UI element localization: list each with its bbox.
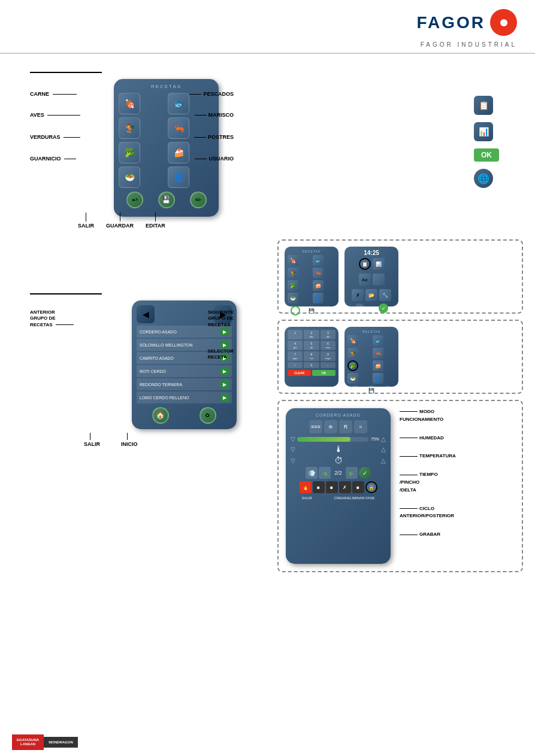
key-8[interactable]: 8tuv (304, 351, 319, 361)
recetas-wrapper: RECETAS 🍖 🐟 🐓 🦐 🥦 🍰 🥗 👤 ↩ 💾 (30, 79, 234, 229)
mini-btn-3[interactable]: 🐓 (288, 268, 298, 278)
mini2-btn-7[interactable]: 🥗 (347, 373, 358, 384)
select-arrow-5[interactable]: ▶ (220, 380, 229, 388)
mini2-btn-1[interactable]: 🍖 (347, 335, 358, 346)
time-down-btn[interactable]: ▽ (291, 457, 295, 464)
mini2-btn-3[interactable]: 🐓 (347, 348, 358, 359)
select-arrow-4[interactable]: ▶ (220, 367, 229, 375)
humidity-down-btn[interactable]: ▽ (291, 436, 295, 442)
recetas-editar-btn[interactable]: ✏ (190, 192, 207, 208)
clock-icon-save[interactable]: 📊 (373, 258, 385, 270)
fan-icon[interactable]: 💨 (306, 467, 318, 479)
temp-down-btn[interactable]: ▽ (291, 446, 295, 453)
modo-funcionamiento-label: MODOFUNCIONAMIENTO (400, 408, 456, 424)
select-arrow-2[interactable]: ▶ (220, 341, 229, 349)
key-0[interactable]: 0 (304, 362, 319, 368)
select-arrow-6[interactable]: ▶ (220, 393, 229, 402)
mini2-btn-4[interactable]: 🦐 (373, 348, 383, 359)
recetas-btn-postres[interactable]: 🍰 (168, 142, 189, 163)
recetas-btn-marisco[interactable]: 🦐 (168, 117, 189, 139)
key-7[interactable]: 7pqrs (288, 351, 303, 361)
mini2-btn-5-highlighted[interactable]: 🥦 (347, 360, 358, 371)
humidity-slider[interactable] (297, 437, 368, 442)
keypad-ok-button[interactable]: OK (312, 370, 335, 376)
mode-steam[interactable]: ≡≡≡ (309, 420, 322, 433)
mini2-return-btn[interactable]: ↩ (350, 385, 360, 395)
next-phase-btn[interactable]: ▶ (346, 467, 358, 479)
mini-btn-5[interactable]: 🥦 (288, 280, 298, 291)
cordero-bar2-btn[interactable]: ■ (326, 481, 338, 493)
egatasuna-logo: EGATASUNALANEAN (12, 734, 44, 750)
list-item-6[interactable]: LOMO CERDO RELLENO ▶ (137, 391, 232, 403)
cordero-x-btn[interactable]: ✗ (339, 481, 351, 493)
key-del[interactable]: ← (321, 362, 335, 368)
humidity-up-btn[interactable]: △ (381, 436, 386, 442)
mini-return-btn[interactable]: ↩ (291, 306, 300, 315)
mini2-btn-6[interactable]: 🍰 (373, 360, 383, 371)
mondragon-logo: MONDRAGON (44, 737, 78, 748)
cordero-bar3-btn[interactable]: ■ (352, 481, 364, 493)
prev-phase-btn[interactable]: ◀ (319, 467, 331, 479)
recetas-btn-pescados[interactable]: 🐟 (168, 93, 189, 114)
mini-save-btn[interactable]: 💾 (307, 306, 316, 315)
recetas-btn-usuario[interactable]: 👤 (168, 166, 189, 188)
mode-convection[interactable]: ≈ (354, 420, 367, 433)
temp-up-btn[interactable]: △ (381, 446, 386, 453)
mini-edit-btn[interactable]: ✏ (323, 306, 333, 315)
clock-return-btn[interactable]: ↩ (355, 303, 364, 313)
phase-confirm-btn[interactable]: ✓ (359, 467, 371, 479)
humedad-label: HUMEDAD (400, 435, 456, 442)
time-up-btn[interactable]: △ (381, 457, 386, 464)
mini2-btn-2[interactable]: 🐟 (373, 335, 383, 346)
clear-button[interactable]: CLEAR (288, 370, 311, 376)
recetas-guardar-btn[interactable]: 💾 (158, 192, 175, 208)
mini2-save-btn[interactable]: 💾 (367, 385, 376, 395)
mini-btn-8[interactable]: 👤 (313, 293, 324, 303)
recetas-btn-verduras[interactable]: 🥦 (119, 142, 140, 163)
key-9[interactable]: 9wxyz (321, 351, 335, 361)
recipe-inicio-btn[interactable]: ⭘ (200, 407, 216, 424)
clock-icon-icon3[interactable]: 🔧 (379, 289, 391, 301)
list-item-5[interactable]: REDONDO TERNERA ▶ (137, 378, 232, 390)
recipe-salir-btn[interactable]: 🏠 (152, 407, 169, 424)
clock-icon-circle[interactable]: 📋 (359, 258, 371, 270)
mini-btn-1[interactable]: 🍖 (288, 255, 298, 266)
cordero-bar1-btn[interactable]: ■ (313, 481, 325, 493)
mode-combo[interactable]: ≋ (324, 420, 337, 433)
clock-ok-btn[interactable]: ✓ (379, 303, 388, 313)
key-shift[interactable]: ↑ (288, 362, 303, 368)
key-2[interactable]: 2abc (304, 330, 319, 339)
clock-row-3: ✗ 📂 🔧 (352, 289, 391, 301)
clock-icon-alpha[interactable]: Aα (359, 274, 371, 286)
recetas-btn-aves[interactable]: 🐓 (119, 117, 140, 139)
recetas-btn-guarnicio[interactable]: 🥗 (119, 166, 140, 188)
cordero-fire-btn[interactable]: 🔥 (300, 481, 312, 493)
ok-button-display[interactable]: OK (474, 148, 499, 162)
recetas-salir-btn[interactable]: ↩ (126, 192, 143, 208)
key-6[interactable]: 6mno (321, 341, 335, 350)
clock-icon-icon2[interactable]: 📂 (365, 289, 377, 301)
time-row: ▽ ⏱ △ (291, 456, 386, 465)
cordero-lock-btn[interactable]: 🔒 (365, 481, 377, 493)
temperatura-label: TEMPERATURA (400, 453, 456, 460)
mini-btn-6[interactable]: 🍰 (313, 280, 324, 291)
time-icon-area: ⏱ (297, 456, 379, 465)
mini-btn-4[interactable]: 🦐 (313, 268, 324, 278)
key-4[interactable]: 4ghi (288, 341, 303, 350)
mini-btn-7[interactable]: 🥗 (288, 293, 298, 303)
key-5[interactable]: 5jkl (304, 341, 319, 350)
select-arrow-1[interactable]: ▶ (220, 327, 229, 336)
mini2-btn-8[interactable]: 👤 (373, 373, 383, 384)
mini-btn-2[interactable]: 🐟 (313, 255, 324, 266)
list-item-4[interactable]: ROTI CERDO ▶ (137, 365, 232, 377)
key-1[interactable]: 1 (288, 330, 303, 339)
mode-regen[interactable]: R (339, 420, 352, 433)
prev-group-btn[interactable]: ◀ (137, 305, 155, 323)
mini2-edit-btn[interactable]: ✏ (383, 385, 392, 395)
label-pescados: PESCADOS (189, 91, 234, 97)
ciclo-label: CICLOANTERIOR/POSTERIOR (400, 505, 456, 521)
key-3[interactable]: 3def (321, 330, 335, 339)
recetas-btn-carne[interactable]: 🍖 (119, 93, 140, 114)
clock-icon-x[interactable]: ✗ (352, 289, 364, 301)
tiempo-label: TIEMPO/PINCHO/DELTA (400, 471, 456, 494)
